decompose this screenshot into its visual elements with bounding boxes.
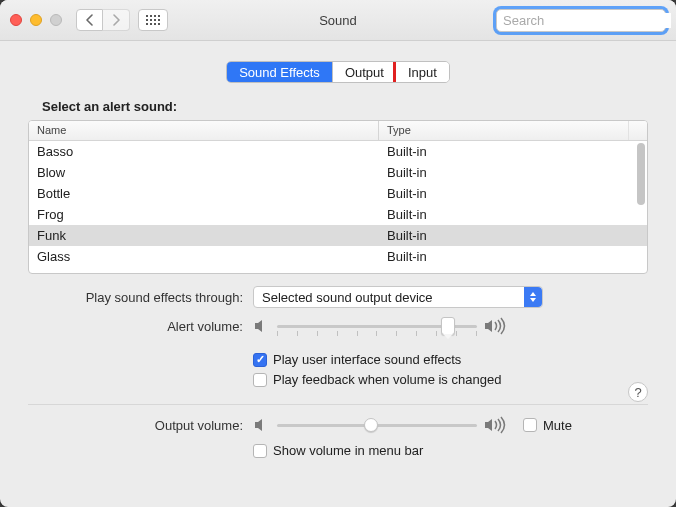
slider-thumb[interactable] [364,418,378,432]
row-type: Built-in [379,207,647,222]
row-name: Glass [29,249,379,264]
back-button[interactable] [76,9,103,31]
sound-preferences-window: Sound Sound Effects Output Input Select … [0,0,676,507]
play-feedback-label: Play feedback when volume is changed [273,372,501,387]
effects-device-label: Play sound effects through: [28,290,253,305]
alert-volume-label: Alert volume: [28,319,253,334]
table-header: Name Type [29,121,647,141]
show-all-button[interactable] [138,9,168,31]
row-name: Bottle [29,186,379,201]
window-controls [10,14,62,26]
play-feedback-checkbox[interactable] [253,373,267,387]
row-type: Built-in [379,186,647,201]
speaker-high-icon [483,317,509,335]
table-row[interactable]: BlowBuilt-in [29,162,647,183]
slider-thumb[interactable] [441,317,455,335]
col-type[interactable]: Type [379,121,629,140]
table-row[interactable]: BassoBuilt-in [29,141,647,162]
mute-label: Mute [543,418,572,433]
tab-sound-effects[interactable]: Sound Effects [227,62,332,82]
content-area: Sound Effects Output Input Select an ale… [0,41,676,400]
alert-volume-row: Alert volume: [28,316,648,336]
section-title: Select an alert sound: [42,99,634,114]
alert-volume-slider[interactable] [277,316,477,336]
row-type: Built-in [379,228,647,243]
scrollbar-thumb[interactable] [637,143,645,205]
row-name: Blow [29,165,379,180]
help-button[interactable]: ? [628,382,648,402]
tab-input[interactable]: Input [396,62,449,82]
titlebar: Sound [0,0,676,41]
mute-checkbox[interactable] [523,418,537,432]
output-volume-label: Output volume: [28,418,253,433]
play-ui-sounds-row: Play user interface sound effects [28,352,648,367]
grid-icon [146,15,161,26]
col-name[interactable]: Name [29,121,379,140]
tab-segment: Sound Effects Output Input [226,61,450,83]
close-window-button[interactable] [10,14,22,26]
forward-button [103,9,130,31]
table-row[interactable]: FunkBuilt-in [29,225,647,246]
separator [28,404,648,405]
play-ui-sounds-label: Play user interface sound effects [273,352,461,367]
alert-sounds-table[interactable]: Name Type BassoBuilt-inBlowBuilt-inBottl… [28,120,648,274]
show-menu-bar-checkbox[interactable] [253,444,267,458]
row-name: Funk [29,228,379,243]
show-menu-bar-row: Show volume in menu bar [28,443,648,458]
show-menu-bar-label: Show volume in menu bar [273,443,423,458]
search-input[interactable] [503,13,671,28]
table-row[interactable]: GlassBuilt-in [29,246,647,267]
table-row[interactable]: FrogBuilt-in [29,204,647,225]
minimize-window-button[interactable] [30,14,42,26]
speaker-low-icon [253,417,271,433]
effects-device-row: Play sound effects through: Selected sou… [28,286,648,308]
row-name: Frog [29,207,379,222]
tab-output[interactable]: Output [332,62,396,82]
zoom-window-button [50,14,62,26]
chevron-right-icon [112,14,121,26]
play-feedback-row: Play feedback when volume is changed [28,372,648,387]
output-volume-row: Output volume: Mute [28,415,648,435]
table-row[interactable]: BottleBuilt-in [29,183,647,204]
mute-row: Mute [523,418,572,433]
row-type: Built-in [379,165,647,180]
nav-buttons [76,9,130,31]
effects-device-value: Selected sound output device [262,290,433,305]
row-name: Basso [29,144,379,159]
play-ui-sounds-checkbox[interactable] [253,353,267,367]
chevron-left-icon [85,14,94,26]
output-volume-slider[interactable] [277,415,477,435]
table-body: BassoBuilt-inBlowBuilt-inBottleBuilt-inF… [29,141,647,273]
tabs: Sound Effects Output Input [28,61,648,83]
effects-device-select[interactable]: Selected sound output device [253,286,543,308]
speaker-low-icon [253,318,271,334]
search-field[interactable] [496,9,666,32]
row-type: Built-in [379,144,647,159]
row-type: Built-in [379,249,647,264]
dropdown-arrows-icon [524,287,542,307]
annotation-highlight: Input [393,61,450,83]
bottom-area: Output volume: Mute [0,415,676,475]
speaker-high-icon [483,416,509,434]
